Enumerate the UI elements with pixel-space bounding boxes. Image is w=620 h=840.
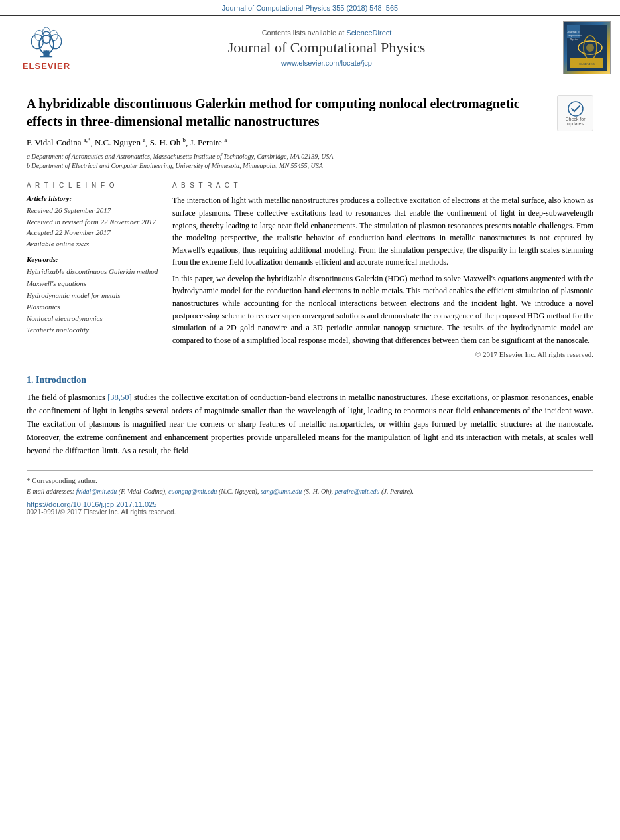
keyword-5: Nonlocal electrodynamics	[27, 313, 159, 325]
keyword-6: Terahertz nonlocality	[27, 324, 159, 336]
footnote-section: * Corresponding author. E-mail addresses…	[27, 470, 593, 516]
journal-cover-thumbnail: Journal of Computational Physics ELSEVIE…	[560, 21, 613, 74]
article-info-abstract: A R T I C L E I N F O Article history: R…	[27, 182, 593, 358]
article-info-heading: A R T I C L E I N F O	[27, 182, 159, 189]
svg-text:Journal of: Journal of	[567, 30, 580, 33]
affiliation-b: b Department of Electrical and Computer …	[27, 162, 323, 169]
issn-line: 0021-9991/© 2017 Elsevier Inc. All right…	[27, 508, 593, 516]
main-content: A hybridizable discontinuous Galerkin me…	[0, 80, 620, 529]
article-title-section: A hybridizable discontinuous Galerkin me…	[27, 95, 593, 131]
badge-line2: updates	[567, 121, 584, 126]
abstract-heading: A B S T R A C T	[172, 182, 593, 189]
svg-text:Computational: Computational	[567, 34, 582, 37]
available-online: Available online xxxx	[27, 238, 159, 249]
email-peraire[interactable]: peraire@mit.edu	[335, 488, 380, 495]
reference-link-38-50[interactable]: [38,50]	[107, 393, 131, 402]
journal-title-area: Contents lists available at ScienceDirec…	[99, 29, 554, 67]
email-cuongng[interactable]: cuongng@mit.edu	[168, 488, 217, 495]
affiliations: a Department of Aeronautics and Astronau…	[27, 152, 593, 171]
email-fvidal[interactable]: fvidal@mit.edu	[76, 488, 117, 495]
corresponding-author-note: * Corresponding author.	[27, 476, 593, 484]
journal-header: ELSEVIER Contents lists available at Sci…	[0, 15, 620, 80]
abstract-column: A B S T R A C T The interaction of light…	[172, 182, 593, 358]
elsevier-logo: ELSEVIER	[7, 25, 86, 71]
copyright-notice: © 2017 Elsevier Inc. All rights reserved…	[172, 350, 593, 358]
svg-point-17	[586, 44, 594, 52]
elsevier-tree-icon	[20, 27, 73, 60]
check-updates-badge[interactable]: Check for updates	[557, 95, 593, 131]
elsevier-brand-text: ELSEVIER	[23, 61, 70, 71]
keywords-heading: Keywords:	[27, 255, 159, 263]
sciencedirect-ref: Contents lists available at ScienceDirec…	[99, 29, 554, 36]
article-history-title: Article history:	[27, 194, 159, 202]
keyword-2: Maxwell's equations	[27, 278, 159, 290]
main-section-divider	[27, 368, 593, 368]
keyword-3: Hydrodynamic model for metals	[27, 290, 159, 302]
article-title: A hybridizable discontinuous Galerkin me…	[27, 95, 550, 131]
abstract-paragraph-1: The interaction of light with metallic n…	[172, 194, 593, 269]
received-date: Received 26 September 2017	[27, 205, 159, 216]
journal-title: Journal of Computational Physics	[99, 39, 554, 56]
cover-graphic-icon: Journal of Computational Physics ELSEVIE…	[567, 25, 607, 71]
received-revised-date: Received in revised form 22 November 201…	[27, 216, 159, 228]
journal-reference-header: Journal of Computational Physics 355 (20…	[0, 0, 620, 15]
email-addresses: E-mail addresses: fvidal@mit.edu (F. Vid…	[27, 487, 593, 496]
authors-line: F. Vidal-Codina a,*, N.C. Nguyen a, S.-H…	[27, 137, 593, 148]
sciencedirect-link[interactable]: ScienceDirect	[346, 29, 391, 36]
introduction-heading: 1. Introduction	[27, 375, 593, 385]
section-divider-1	[27, 176, 593, 176]
abstract-text: The interaction of light with metallic n…	[172, 194, 593, 346]
elsevier-logo-area: ELSEVIER	[7, 25, 93, 71]
article-info-column: A R T I C L E I N F O Article history: R…	[27, 182, 159, 358]
svg-text:Physics: Physics	[570, 38, 578, 41]
svg-text:ELSEVIER: ELSEVIER	[579, 62, 595, 66]
abstract-paragraph-2: In this paper, we develop the hybridizab…	[172, 273, 593, 347]
keyword-4: Plasmonics	[27, 301, 159, 313]
introduction-section: 1. Introduction The field of plasmonics …	[27, 375, 593, 457]
email-sang[interactable]: sang@umn.edu	[261, 488, 302, 495]
check-updates-icon	[566, 101, 586, 117]
badge-line1: Check for	[566, 117, 586, 121]
doi-link[interactable]: https://doi.org/10.1016/j.jcp.2017.11.02…	[27, 500, 593, 508]
journal-url[interactable]: www.elsevier.com/locate/jcp	[99, 59, 554, 67]
affiliation-a: a Department of Aeronautics and Astronau…	[27, 153, 333, 160]
accepted-date: Accepted 22 November 2017	[27, 227, 159, 238]
journal-cover-image: Journal of Computational Physics ELSEVIE…	[563, 21, 611, 74]
keyword-1: Hybridizable discontinuous Galerkin meth…	[27, 266, 159, 278]
svg-point-20	[568, 102, 583, 116]
introduction-text: The field of plasmonics [38,50] studies …	[27, 391, 593, 457]
